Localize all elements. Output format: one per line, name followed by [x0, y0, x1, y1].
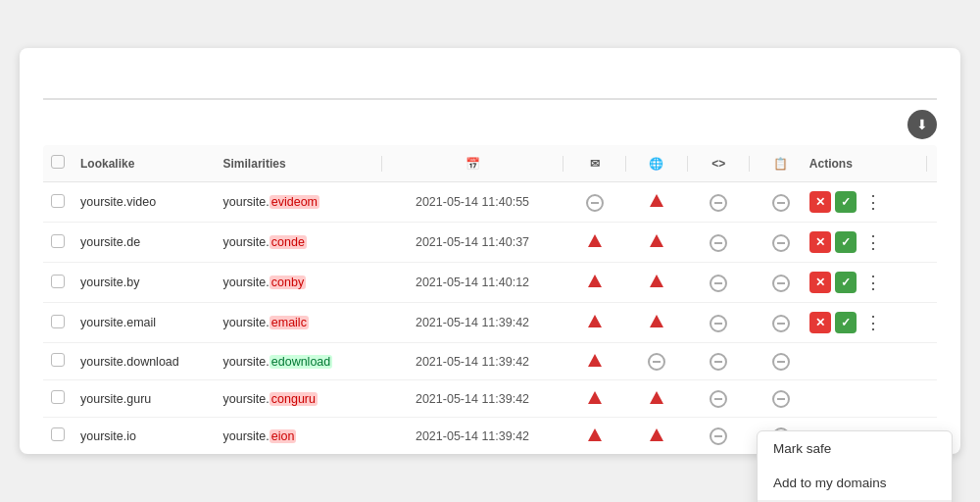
cal-indicator: [760, 343, 801, 380]
code-indicator: [698, 223, 739, 263]
similarity-value: yoursite.edownload: [216, 343, 371, 380]
col-sep6: [916, 145, 937, 182]
date-value: 2021-05-14 11:39:42: [392, 380, 554, 418]
safe-button[interactable]: ✓: [835, 191, 857, 213]
download-button[interactable]: ⬇: [907, 110, 937, 139]
domain-table: Lookalike Similarities 📅 ✉ 🌐 <> 📋 Action…: [43, 145, 937, 454]
web-indicator: [636, 182, 677, 223]
block-button[interactable]: ✕: [809, 272, 831, 293]
col-lookalike: Lookalike: [73, 145, 216, 182]
code-indicator: [698, 182, 739, 223]
row-checkbox[interactable]: [51, 275, 65, 288]
similarity-value: yoursite.conde: [216, 223, 371, 263]
date-value: 2021-05-14 11:39:42: [392, 343, 554, 380]
block-button[interactable]: ✕: [809, 191, 831, 213]
cal-indicator: [760, 223, 801, 263]
mail-indicator: [573, 343, 614, 380]
cal-indicator: [760, 182, 801, 223]
similarity-value: yoursite.conguru: [216, 380, 371, 418]
code-indicator: [698, 380, 739, 418]
domain-name: yoursite.guru: [73, 380, 216, 418]
mail-indicator: [573, 182, 614, 223]
col-web: 🌐: [636, 145, 677, 182]
code-indicator: [698, 418, 739, 455]
date-value: 2021-05-14 11:39:42: [392, 418, 554, 455]
domain-name: yoursite.io: [73, 418, 216, 455]
domain-name: yoursite.download: [73, 343, 216, 380]
web-indicator: [636, 418, 677, 455]
col-mail: ✉: [573, 145, 614, 182]
row-checkbox[interactable]: [51, 427, 65, 441]
code-indicator: [698, 263, 739, 303]
row-checkbox[interactable]: [51, 194, 65, 208]
col-actions: Actions: [802, 145, 916, 182]
table-row: yoursite.video yoursite.evideom 2021-05-…: [43, 182, 937, 223]
col-similarities: Similarities: [216, 145, 371, 182]
more-actions-button[interactable]: ⋮: [860, 231, 886, 253]
more-actions-button[interactable]: ⋮: [860, 312, 886, 333]
context-menu-item[interactable]: Add to my domains: [758, 466, 952, 500]
web-indicator: [636, 263, 677, 303]
safe-button[interactable]: ✓: [835, 312, 857, 333]
tab-bar: [43, 79, 937, 100]
similarity-value: yoursite.eion: [216, 418, 371, 455]
actions-cell: ✕ ✓ ⋮: [802, 263, 916, 303]
domain-name: yoursite.email: [73, 303, 216, 343]
col-sep2: [553, 145, 573, 182]
col-date: 📅: [392, 145, 554, 182]
similarity-value: yoursite.conby: [216, 263, 371, 303]
mail-indicator: [573, 380, 614, 418]
col-cal: 📋: [760, 145, 801, 182]
domain-name: yoursite.by: [73, 263, 216, 303]
row-checkbox[interactable]: [51, 234, 65, 248]
row-checkbox[interactable]: [51, 353, 65, 367]
web-indicator: [636, 223, 677, 263]
more-actions-button[interactable]: ⋮: [860, 272, 886, 293]
toolbar: ⬇: [43, 100, 937, 145]
safe-button[interactable]: ✓: [835, 231, 857, 253]
domain-name: yoursite.de: [73, 223, 216, 263]
cal-indicator: [760, 303, 801, 343]
col-sep1: [371, 145, 392, 182]
cal-indicator: [760, 380, 801, 418]
similarity-value: yoursite.evideom: [216, 182, 371, 223]
actions-cell: ✕ ✓ ⋮: [802, 182, 916, 223]
safe-button[interactable]: ✓: [835, 272, 857, 293]
col-sep4: [677, 145, 698, 182]
context-menu: Mark safeAdd to my domainsBlock & Mark a…: [757, 430, 953, 502]
mail-indicator: [573, 418, 614, 455]
cal-indicator: [760, 263, 801, 303]
table-row: yoursite.by yoursite.conby 2021-05-14 11…: [43, 263, 937, 303]
table-row: yoursite.de yoursite.conde 2021-05-14 11…: [43, 223, 937, 263]
actions-cell: [802, 380, 916, 418]
web-indicator: [636, 380, 677, 418]
actions-cell: [802, 343, 916, 380]
select-all-checkbox[interactable]: [51, 155, 65, 169]
block-button[interactable]: ✕: [809, 312, 831, 333]
date-value: 2021-05-14 11:40:37: [392, 223, 554, 263]
code-indicator: [698, 343, 739, 380]
date-value: 2021-05-14 11:40:12: [392, 263, 554, 303]
row-checkbox[interactable]: [51, 315, 65, 328]
block-button[interactable]: ✕: [809, 231, 831, 253]
col-sep5: [739, 145, 760, 182]
table-row: yoursite.guru yoursite.conguru 2021-05-1…: [43, 380, 937, 418]
web-indicator: [636, 343, 677, 380]
mail-indicator: [573, 223, 614, 263]
row-checkbox[interactable]: [51, 390, 65, 404]
context-menu-item[interactable]: Mark safe: [758, 431, 952, 466]
mail-indicator: [573, 303, 614, 343]
code-indicator: [698, 303, 739, 343]
date-value: 2021-05-14 11:39:42: [392, 303, 554, 343]
similarity-value: yoursite.emailc: [216, 303, 371, 343]
actions-cell: ✕ ✓ ⋮: [802, 223, 916, 263]
actions-cell: ✕ ✓ ⋮: [802, 303, 916, 343]
more-actions-button[interactable]: ⋮: [860, 191, 886, 213]
table-row: yoursite.email yoursite.emailc 2021-05-1…: [43, 303, 937, 343]
domain-name: yoursite.video: [73, 182, 216, 223]
web-indicator: [636, 303, 677, 343]
date-value: 2021-05-14 11:40:55: [392, 182, 554, 223]
col-code: <>: [698, 145, 739, 182]
table-row: yoursite.download yoursite.edownload 202…: [43, 343, 937, 380]
col-sep3: [615, 145, 636, 182]
